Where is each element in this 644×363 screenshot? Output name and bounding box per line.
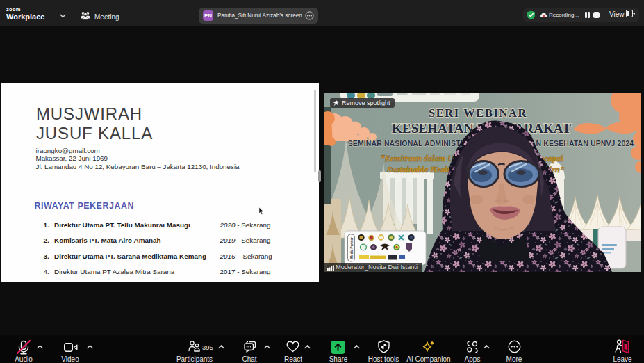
svg-text:Media Partner: Media Partner (350, 237, 354, 259)
svg-text:SERI WEBINAR: SERI WEBINAR (429, 106, 527, 120)
